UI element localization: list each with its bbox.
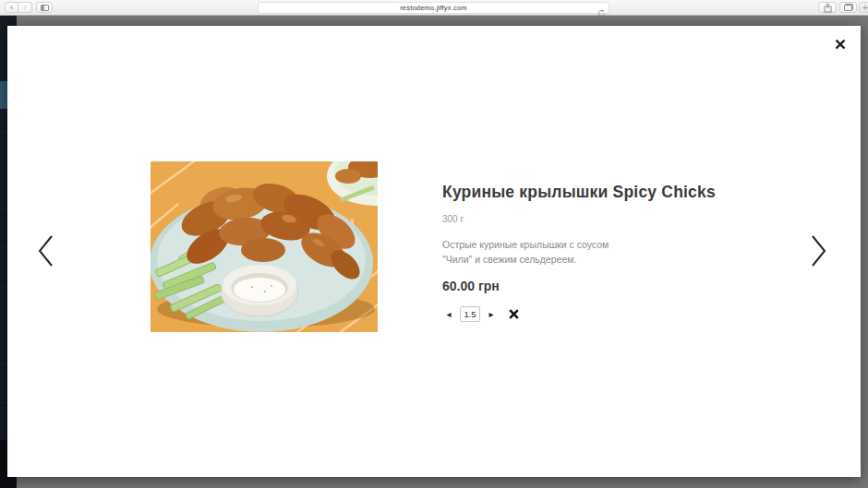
share-icon <box>824 3 832 13</box>
description-line: "Чили" и свежим сельдереем. <box>442 252 719 267</box>
sidebar-toggle-button[interactable] <box>36 2 53 13</box>
url-text: restodemo.jiffyx.com <box>400 4 467 12</box>
next-item-button[interactable] <box>805 231 831 271</box>
close-modal-button[interactable] <box>829 33 851 55</box>
address-bar[interactable]: restodemo.jiffyx.com <box>258 2 609 14</box>
page-backdrop: Куриные крылышки Spicy Chicks 300 г Остр… <box>0 16 868 488</box>
dip-bowl <box>221 265 298 316</box>
new-tab-button[interactable]: + <box>859 2 868 13</box>
product-modal: Куриные крылышки Spicy Chicks 300 г Остр… <box>7 26 861 477</box>
product-description: Острые куриные крылышки с соусом "Чили" … <box>442 237 719 267</box>
quantity-stepper: ◂ ▸ <box>442 306 719 322</box>
tab-overview-icon <box>844 4 853 11</box>
reload-icon[interactable] <box>597 5 606 13</box>
product-photo <box>151 161 378 332</box>
product-title: Куриные крылышки Spicy Chicks <box>442 183 719 202</box>
product-portion: 300 г <box>442 214 719 224</box>
share-button[interactable] <box>818 2 837 13</box>
description-line: Острые куриные крылышки с соусом <box>442 237 719 252</box>
chevron-left-icon <box>37 234 55 268</box>
product-price: 60.00 грн <box>442 279 719 293</box>
remove-item-button[interactable] <box>509 309 519 319</box>
sidebar-icon <box>41 5 49 11</box>
quantity-input[interactable] <box>460 306 480 322</box>
chevron-right-icon <box>809 234 827 268</box>
quantity-decrement-button[interactable]: ◂ <box>442 306 455 322</box>
tab-overview-button[interactable] <box>839 2 857 13</box>
browser-chrome: ‹ › restodemo.jiffyx.com + <box>0 0 868 16</box>
history-nav: ‹ › <box>5 2 32 13</box>
forward-button[interactable]: › <box>18 2 32 13</box>
previous-item-button[interactable] <box>33 231 59 271</box>
remove-x-icon <box>509 309 519 319</box>
product-info: Куриные крылышки Spicy Chicks 300 г Остр… <box>442 183 719 322</box>
quantity-increment-button[interactable]: ▸ <box>485 306 498 322</box>
close-icon <box>835 39 846 50</box>
back-button[interactable]: ‹ <box>5 2 18 13</box>
